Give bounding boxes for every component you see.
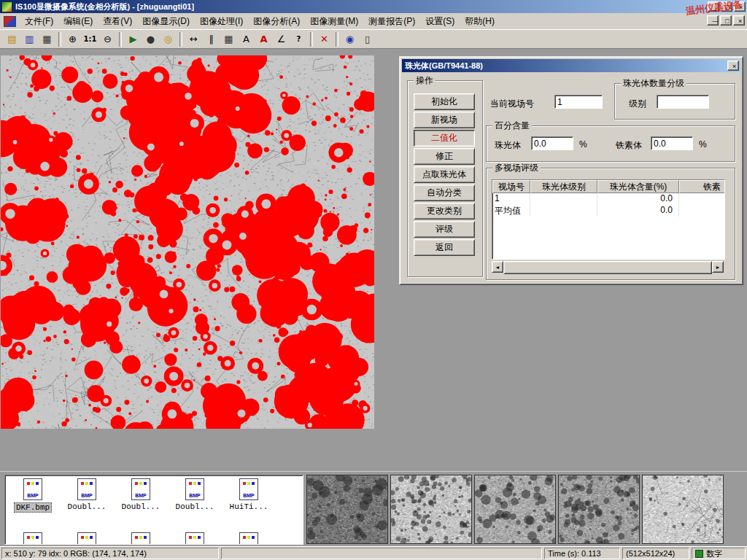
sample-thumbnail[interactable] xyxy=(390,475,472,544)
sample-thumbnail[interactable] xyxy=(306,475,388,544)
menu-view[interactable]: 查看(V) xyxy=(98,13,137,30)
new-field-button[interactable]: 新视场 xyxy=(414,112,475,128)
file-item[interactable]: BMP xyxy=(115,532,167,545)
table-row[interactable]: 1 0.0 xyxy=(492,193,724,205)
sample-thumbnail[interactable] xyxy=(642,475,724,544)
menu-image-process[interactable]: 图像处理(I) xyxy=(195,13,248,30)
bmp-file-icon: BMP xyxy=(77,478,96,500)
open-icon: ▤ xyxy=(7,34,16,44)
zoom-in-icon: ⊕ xyxy=(69,34,77,44)
open-button[interactable]: ▤ xyxy=(4,31,20,47)
parallel-measure-icon: ∥ xyxy=(209,34,214,44)
file-item[interactable]: BMP Doubl... xyxy=(61,478,113,511)
row1-level xyxy=(530,193,597,205)
menu-settings[interactable]: 设置(S) xyxy=(420,13,460,30)
text-tool-button[interactable]: A xyxy=(238,31,255,47)
menu-image-analysis[interactable]: 图像分析(A) xyxy=(248,13,305,30)
grade-button[interactable]: 评级 xyxy=(414,221,475,238)
menu-edit[interactable]: 编辑(E) xyxy=(58,13,98,30)
file-item[interactable]: BMP HuiTi... xyxy=(222,478,275,511)
parallel-measure-button[interactable]: ∥ xyxy=(203,31,220,47)
file-item[interactable]: BMP Doubl... xyxy=(115,478,167,511)
zoom-out-button[interactable]: ⊖ xyxy=(99,31,116,47)
delete-tool-button[interactable]: ✕ xyxy=(316,31,333,47)
table-horizontal-scrollbar[interactable]: ◄ ► xyxy=(492,261,724,273)
video-capture-button[interactable]: ▶ xyxy=(125,31,142,47)
return-button[interactable]: 返回 xyxy=(414,239,475,256)
child-close-button[interactable]: × xyxy=(733,15,745,26)
ferrite-input[interactable] xyxy=(651,136,693,150)
font-tool-button[interactable]: A xyxy=(255,31,272,47)
current-field-label: 当前视场号 xyxy=(490,98,534,110)
status-bar: x: 510 y: 79 idx: 0 RGB: (174, 174, 174)… xyxy=(0,546,747,560)
file-name[interactable]: Doubl... xyxy=(120,502,162,511)
white-balance-button[interactable]: ◎ xyxy=(160,31,177,47)
file-item[interactable]: BMP Doubl... xyxy=(169,478,221,511)
multifield-group-label: 多视场评级 xyxy=(492,163,541,173)
file-item[interactable]: BMP xyxy=(169,532,221,545)
menu-file[interactable]: 文件(F) xyxy=(20,13,58,30)
auto-classify-button[interactable]: 自动分类 xyxy=(414,184,475,201)
grid-measure-icon: ▦ xyxy=(224,34,233,44)
file-item[interactable]: BMP DKF.bmp xyxy=(7,478,59,513)
pearlite-input[interactable] xyxy=(531,136,573,150)
pick-pearlite-button[interactable]: 点取珠光体 xyxy=(414,166,475,183)
row2-level xyxy=(530,205,597,217)
scrollbar-thumb[interactable] xyxy=(503,261,712,274)
sample-thumbnail[interactable] xyxy=(474,475,556,544)
file-name[interactable]: Doubl... xyxy=(66,502,108,511)
save-button[interactable]: ▥ xyxy=(21,31,38,47)
change-class-button[interactable]: 更改类别 xyxy=(414,203,475,219)
zoom-in-button[interactable]: ⊕ xyxy=(64,31,81,47)
table-row[interactable]: 平均值 0.0 xyxy=(492,205,724,217)
help-button[interactable]: ? xyxy=(290,31,307,47)
grid-measure-button[interactable]: ▦ xyxy=(220,31,237,47)
print-button[interactable]: ▦ xyxy=(39,31,55,47)
menu-image-display[interactable]: 图像显示(D) xyxy=(137,13,195,30)
angle-tool-button[interactable]: ∠ xyxy=(273,31,290,47)
dialog-title-bar[interactable]: 珠光体(GB/T9441-88) xyxy=(402,59,740,72)
preview-button[interactable]: ◉ xyxy=(341,31,358,47)
level-input[interactable] xyxy=(657,95,709,109)
binarize-button[interactable]: 二值化 xyxy=(414,130,475,147)
col-ferrite: 铁素 xyxy=(679,180,725,193)
file-name[interactable]: DKF.bmp xyxy=(14,502,52,513)
sample-thumbnail[interactable] xyxy=(558,475,640,544)
camera-button[interactable]: ● xyxy=(142,31,159,47)
bmp-file-icon: BMP xyxy=(23,478,42,500)
menu-measure-report[interactable]: 测量报告(P) xyxy=(363,13,420,30)
dialog-close-button[interactable]: × xyxy=(727,61,739,71)
toolbar-separator xyxy=(119,32,122,47)
actual-size-button[interactable]: 1:1 xyxy=(82,31,98,47)
delete-tool-icon: ✕ xyxy=(320,34,328,44)
mode-text: 数字 xyxy=(706,548,722,559)
menu-image-measure[interactable]: 图像测量(M) xyxy=(305,13,363,30)
toolbar: ▤ ▥ ▦ ⊕ 1:1 ⊖ ▶ ● ◎ ↔ ∥ ▦ A A ∠ ? ✕ ◉ ▯ xyxy=(0,29,747,49)
file-item[interactable]: BMP xyxy=(222,532,275,545)
scroll-left-button[interactable]: ◄ xyxy=(492,261,503,273)
actual-size-icon: 1:1 xyxy=(84,35,97,43)
cursor-position-text: x: 510 y: 79 idx: 0 RGB: (174, 174, 174) xyxy=(5,549,147,558)
init-button[interactable]: 初始化 xyxy=(414,93,475,110)
bmp-file-icon: BMP xyxy=(239,532,258,545)
row2-content: 0.0 xyxy=(597,205,679,217)
correct-button[interactable]: 修正 xyxy=(414,148,475,165)
toolbar-separator xyxy=(310,32,313,47)
scroll-right-button[interactable]: ► xyxy=(712,261,724,273)
caliper-button[interactable]: ↔ xyxy=(185,31,202,47)
metallographic-image[interactable] xyxy=(1,55,374,429)
child-restore-button[interactable]: □ xyxy=(720,15,732,26)
current-field-input[interactable] xyxy=(554,95,603,109)
ruler-button[interactable]: ▯ xyxy=(359,31,376,47)
file-name[interactable]: HuiTi... xyxy=(228,502,270,511)
ferrite-percent-sign: % xyxy=(699,139,707,149)
menu-help[interactable]: 帮助(H) xyxy=(460,13,500,30)
help-icon: ? xyxy=(297,35,301,43)
preview-icon: ◉ xyxy=(346,34,354,44)
pearlite-percent-sign: % xyxy=(579,139,587,149)
child-minimize-button[interactable]: — xyxy=(707,15,719,26)
document-icon xyxy=(4,16,16,27)
file-name[interactable]: Doubl... xyxy=(174,502,216,511)
file-item[interactable]: BMP xyxy=(61,532,113,545)
file-item[interactable]: BMP xyxy=(7,532,59,545)
